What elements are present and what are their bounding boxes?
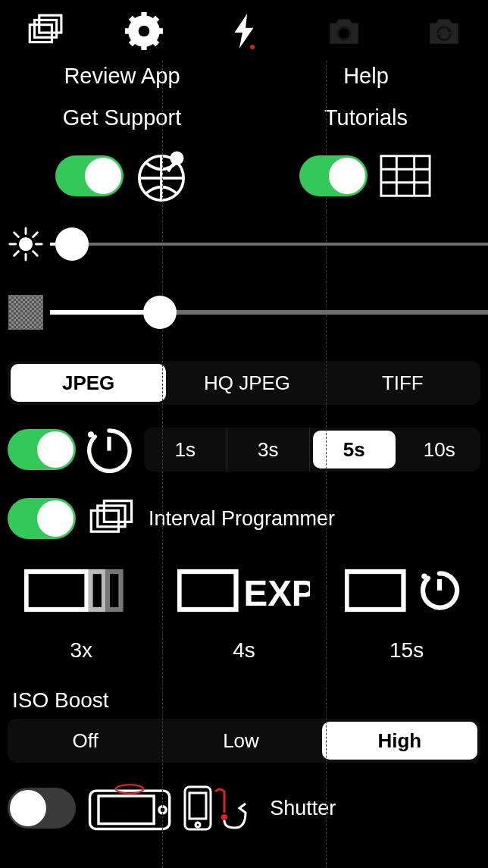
phone-landscape-icon <box>86 784 173 832</box>
headset-remote-icon <box>182 784 250 832</box>
geotag-toggle[interactable] <box>55 155 124 196</box>
grid-icon <box>378 149 433 203</box>
brightness-slider[interactable] <box>50 227 488 261</box>
svg-point-53 <box>221 814 227 820</box>
svg-line-32 <box>14 252 19 256</box>
interval-wait[interactable]: 15s <box>326 564 487 663</box>
svg-point-10 <box>139 26 150 37</box>
timer-icon <box>85 425 135 475</box>
interval-exposure[interactable]: EXP 4s <box>164 564 325 663</box>
interval-toggle[interactable] <box>8 498 76 539</box>
help-link[interactable]: Help <box>244 64 488 89</box>
iso-boost-segment: Off Low High <box>8 719 480 763</box>
exposure-value: 4s <box>164 617 325 663</box>
svg-text:EXP: EXP <box>244 573 311 613</box>
svg-rect-47 <box>99 796 154 824</box>
shutter-label: Shutter <box>261 797 336 820</box>
format-option-hqjpeg[interactable]: HQ JPEG <box>169 361 324 405</box>
timer-row: 1s 3s 5s 10s <box>0 405 488 475</box>
top-toolbar <box>0 0 488 55</box>
noise-slider-row <box>0 288 488 337</box>
svg-point-24 <box>20 238 31 249</box>
gear-icon[interactable] <box>121 11 167 52</box>
noise-icon <box>8 294 44 331</box>
timer-option-1s[interactable]: 1s <box>144 428 227 472</box>
camera-switch-icon[interactable] <box>421 11 467 52</box>
iso-boost-label: ISO Boost <box>0 663 488 716</box>
svg-line-30 <box>33 252 38 256</box>
wait-icon <box>326 564 487 617</box>
flash-icon[interactable] <box>221 11 267 52</box>
link-row-1: Review App Help <box>0 55 488 96</box>
iso-option-low[interactable]: Low <box>163 719 318 763</box>
brightness-slider-row <box>0 220 488 268</box>
iso-option-high[interactable]: High <box>322 722 477 760</box>
flash-status-dot <box>250 45 255 49</box>
svg-rect-40 <box>108 572 121 609</box>
link-row-2: Get Support Tutorials <box>0 96 488 138</box>
noise-slider[interactable] <box>50 296 488 329</box>
timer-option-10s[interactable]: 10s <box>399 428 481 472</box>
get-support-link[interactable]: Get Support <box>0 105 244 130</box>
timer-toggle[interactable] <box>8 429 76 470</box>
camera-icon[interactable] <box>321 11 367 52</box>
svg-rect-39 <box>91 572 105 609</box>
shutter-icons <box>86 784 250 832</box>
svg-rect-19 <box>381 156 430 196</box>
svg-point-44 <box>422 574 428 580</box>
svg-rect-38 <box>27 572 87 609</box>
svg-rect-51 <box>189 793 206 819</box>
shutter-toggle[interactable] <box>8 788 76 829</box>
svg-rect-1 <box>35 20 57 37</box>
exposure-icon: EXP <box>164 564 325 617</box>
grid-toggle[interactable] <box>299 155 368 196</box>
svg-line-29 <box>14 233 19 237</box>
review-app-link[interactable]: Review App <box>0 64 244 89</box>
toggles-row <box>0 138 488 220</box>
format-option-jpeg[interactable]: JPEG <box>11 364 166 402</box>
interval-label: Interval Programmer <box>149 507 335 531</box>
interval-params: 3x EXP 4s 15s <box>0 543 488 663</box>
interval-frames[interactable]: 3x <box>1 564 162 663</box>
svg-marker-11 <box>235 14 254 49</box>
divider-line <box>162 61 163 868</box>
iso-option-off[interactable]: Off <box>8 719 163 763</box>
globe-icon <box>134 149 189 203</box>
gallery-icon[interactable] <box>21 11 67 52</box>
svg-point-52 <box>196 823 200 827</box>
svg-rect-43 <box>347 572 404 609</box>
format-option-tiff[interactable]: TIFF <box>325 361 480 405</box>
format-segment: JPEG HQ JPEG TIFF <box>8 361 480 405</box>
frames-value: 3x <box>1 617 162 663</box>
svg-point-33 <box>88 431 94 437</box>
brightness-icon <box>8 226 44 262</box>
interval-icon <box>88 494 136 543</box>
svg-line-31 <box>33 233 38 237</box>
tutorials-link[interactable]: Tutorials <box>244 105 488 130</box>
svg-rect-41 <box>180 572 236 609</box>
interval-row: Interval Programmer <box>0 475 488 543</box>
timer-segment: 1s 3s 5s 10s <box>144 428 480 472</box>
shutter-row: Shutter <box>0 763 488 832</box>
svg-rect-36 <box>98 506 125 527</box>
timer-option-3s[interactable]: 3s <box>227 428 311 472</box>
settings-screen: Review App Help Get Support Tutorials <box>0 0 488 868</box>
frames-icon <box>1 564 162 617</box>
wait-value: 15s <box>326 617 487 663</box>
